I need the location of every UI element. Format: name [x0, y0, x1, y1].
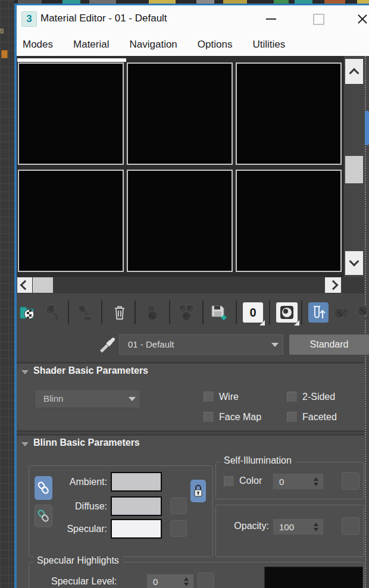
chevron-up-icon: [349, 68, 359, 78]
diffuse-label: Diffuse:: [56, 501, 107, 512]
make-unique-button[interactable]: [176, 302, 196, 323]
opacity-map-button[interactable]: [342, 517, 359, 535]
toolbar-separator: [101, 301, 102, 324]
scroll-down-button[interactable]: [345, 251, 363, 275]
reset-map-material-button[interactable]: [111, 302, 129, 323]
toolbar-separator: [236, 301, 237, 324]
toolbar-separator: [301, 301, 302, 324]
two-sided-label: 2-Sided: [302, 392, 335, 402]
sample-slot-3[interactable]: [236, 62, 342, 165]
menu-utilities[interactable]: Utilities: [252, 39, 285, 51]
face-map-label: Face Map: [219, 412, 261, 423]
self-illum-map-button[interactable]: [342, 472, 359, 490]
scroll-up-button[interactable]: [345, 59, 363, 84]
blinn-rollout-title[interactable]: Blinn Basic Parameters: [33, 437, 140, 448]
horizontal-scrollbar-track[interactable]: [17, 277, 364, 293]
put-material-to-scene-button[interactable]: [43, 302, 63, 323]
close-button[interactable]: [356, 11, 369, 27]
toolbar-separator: [202, 301, 204, 324]
opacity-spinner[interactable]: 100: [273, 518, 324, 535]
chevron-down-icon: [349, 257, 359, 267]
rollout-collapse-icon[interactable]: [21, 370, 29, 374]
screen: ti 3 Material Editor - 01 - Default Mode…: [0, 0, 369, 588]
dropdown-arrow-icon: [271, 343, 279, 347]
specular-map-button[interactable]: [170, 520, 187, 537]
specular-level-spinner[interactable]: 0: [146, 574, 194, 588]
sample-slot-1[interactable]: [18, 62, 124, 165]
ambient-diffuse-map-lock-button[interactable]: [190, 480, 206, 502]
toolbar-separator: [135, 301, 136, 324]
diffuse-color-swatch[interactable]: [111, 496, 162, 516]
app-logo-icon: 3: [21, 11, 37, 27]
specular-highlights-title: Specular Highlights: [33, 555, 123, 566]
self-illum-color-checkbox[interactable]: [224, 476, 234, 487]
make-material-copy-button[interactable]: [143, 302, 163, 323]
chevron-right-icon: [328, 280, 338, 290]
show-end-result-button[interactable]: [308, 302, 329, 323]
window-title: Material Editor - 01 - Default: [40, 12, 167, 24]
self-illum-color-label: Color: [239, 476, 262, 486]
minimize-icon: [266, 18, 276, 20]
opacity-label: Opacity:: [221, 521, 269, 531]
toolbar-separator: [68, 301, 69, 324]
go-to-parent-button[interactable]: [331, 302, 351, 323]
diffuse-specular-lock-button[interactable]: [35, 505, 52, 527]
spinner-arrows-icon[interactable]: [182, 577, 193, 586]
floppy-save-icon: [211, 304, 227, 321]
shader-rollout-title[interactable]: Shader Basic Parameters: [33, 365, 148, 376]
sample-slot-5[interactable]: [127, 170, 233, 272]
ambient-color-swatch[interactable]: [111, 472, 162, 492]
face-map-checkbox[interactable]: [204, 412, 214, 423]
spinner-arrows-icon[interactable]: [311, 523, 323, 531]
specular-color-swatch[interactable]: [111, 519, 162, 539]
material-type-button[interactable]: Standard: [289, 334, 369, 355]
background-text-fragment: ti: [0, 26, 4, 35]
get-material-button[interactable]: [18, 302, 38, 323]
close-icon: [357, 14, 368, 24]
menu-navigation[interactable]: Navigation: [130, 39, 177, 51]
ambient-diffuse-lock-button[interactable]: [35, 476, 52, 500]
horizontal-scrollbar-thumb[interactable]: [33, 277, 53, 293]
self-illum-spinner[interactable]: 0: [273, 473, 324, 490]
padlock-icon: [193, 483, 204, 499]
diffuse-map-button[interactable]: [170, 498, 187, 514]
specular-level-map-button[interactable]: [198, 573, 214, 588]
spinner-arrows-icon[interactable]: [311, 477, 323, 486]
minimize-button[interactable]: [260, 11, 282, 27]
sample-slot-2[interactable]: [127, 62, 233, 165]
scroll-right-button[interactable]: [325, 277, 341, 293]
faceted-checkbox[interactable]: [287, 412, 298, 423]
vertical-scrollbar-thumb[interactable]: [345, 156, 363, 183]
toolbar-separator: [169, 301, 170, 324]
sample-slot-6[interactable]: [236, 170, 342, 272]
active-slot-marker: [17, 58, 126, 62]
viewport-shading-icon: [276, 302, 298, 323]
wire-label: Wire: [219, 392, 239, 402]
material-name-dropdown[interactable]: 01 - Default: [119, 334, 283, 355]
panel-scrollbar-thumb[interactable]: [365, 111, 369, 145]
menu-modes[interactable]: Modes: [23, 39, 53, 51]
put-to-library-button[interactable]: [209, 302, 229, 323]
flyout-arrow-icon: [259, 320, 265, 326]
material-id-icon: 0: [243, 302, 263, 323]
scroll-left-button[interactable]: [17, 277, 32, 293]
maximize-icon: [313, 14, 324, 25]
material-id-channel-button[interactable]: 0: [243, 302, 263, 323]
pick-material-button[interactable]: [98, 334, 115, 354]
go-forward-to-sibling-button[interactable]: [355, 302, 369, 323]
sample-slot-4[interactable]: [18, 170, 124, 272]
background-icon-fragment: [1, 50, 8, 58]
specular-label: Specular:: [51, 524, 107, 534]
wire-checkbox[interactable]: [204, 392, 214, 402]
self-illum-value: 0: [273, 477, 311, 487]
two-sided-checkbox[interactable]: [287, 392, 298, 402]
shader-type-dropdown[interactable]: Blinn: [35, 389, 140, 408]
menubar: Modes Material Navigation Options Utilit…: [17, 33, 369, 56]
assign-material-to-selection-button[interactable]: [75, 302, 95, 323]
rollout-collapse-icon[interactable]: [21, 442, 29, 446]
menu-options[interactable]: Options: [198, 39, 233, 51]
maximize-button[interactable]: [308, 11, 329, 27]
faceted-label: Faceted: [302, 412, 337, 423]
show-material-in-viewport-button[interactable]: [276, 302, 298, 323]
menu-material[interactable]: Material: [73, 39, 109, 51]
